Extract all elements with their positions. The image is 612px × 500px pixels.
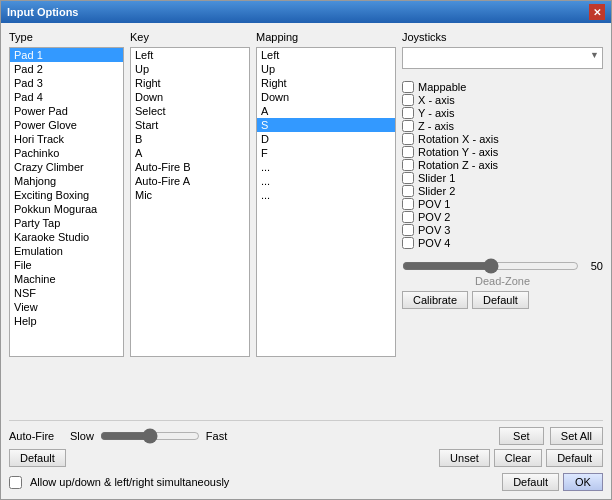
joystick-checkbox-9[interactable] bbox=[402, 198, 414, 210]
joystick-checkbox-item: Z - axis bbox=[402, 120, 603, 132]
joystick-checkbox-item: Slider 2 bbox=[402, 185, 603, 197]
key-list-item[interactable]: Left bbox=[131, 48, 249, 62]
type-list-item[interactable]: Emulation bbox=[10, 244, 123, 258]
key-list-item[interactable]: Auto-Fire A bbox=[131, 174, 249, 188]
joystick-checkbox-8[interactable] bbox=[402, 185, 414, 197]
mapping-list-item[interactable]: F bbox=[257, 146, 395, 160]
deadzone-value: 50 bbox=[583, 260, 603, 272]
type-list-item[interactable]: Pad 2 bbox=[10, 62, 123, 76]
type-list-item[interactable]: Hori Track bbox=[10, 132, 123, 146]
joystick-checkbox-label: Rotation X - axis bbox=[418, 133, 499, 145]
mapping-default-button[interactable]: Default bbox=[546, 449, 603, 467]
joystick-checkbox-10[interactable] bbox=[402, 211, 414, 223]
type-listbox[interactable]: Pad 1Pad 2Pad 3Pad 4Power PadPower Glove… bbox=[9, 47, 124, 357]
type-list-item[interactable]: NSF bbox=[10, 286, 123, 300]
clear-button[interactable]: Clear bbox=[494, 449, 542, 467]
joystick-checkbox-2[interactable] bbox=[402, 107, 414, 119]
joystick-checkbox-6[interactable] bbox=[402, 159, 414, 171]
key-panel-label: Key bbox=[130, 31, 250, 43]
final-buttons-row: Allow up/down & left/right simultaneousl… bbox=[9, 473, 603, 491]
joystick-checkbox-item: Mappable bbox=[402, 81, 603, 93]
joystick-checkbox-7[interactable] bbox=[402, 172, 414, 184]
mapping-list-item[interactable]: ... bbox=[257, 160, 395, 174]
key-listbox[interactable]: LeftUpRightDownSelectStartBAAuto-Fire BA… bbox=[130, 47, 250, 357]
joystick-checkbox-item: Rotation Y - axis bbox=[402, 146, 603, 158]
key-list-item[interactable]: Mic bbox=[131, 188, 249, 202]
calibrate-button[interactable]: Calibrate bbox=[402, 291, 468, 309]
joystick-checkbox-12[interactable] bbox=[402, 237, 414, 249]
type-list-item[interactable]: Pokkun Moguraa bbox=[10, 202, 123, 216]
fast-label: Fast bbox=[206, 430, 227, 442]
type-list-item[interactable]: Pachinko bbox=[10, 146, 123, 160]
type-list-item[interactable]: Power Glove bbox=[10, 118, 123, 132]
joystick-checkbox-label: Slider 2 bbox=[418, 185, 455, 197]
mapping-list-item[interactable]: ... bbox=[257, 188, 395, 202]
joystick-checkbox-label: X - axis bbox=[418, 94, 455, 106]
joystick-checkbox-label: POV 3 bbox=[418, 224, 450, 236]
mapping-list-item[interactable]: Up bbox=[257, 62, 395, 76]
joystick-default-button[interactable]: Default bbox=[472, 291, 529, 309]
input-options-window: Input Options ✕ Type Pad 1Pad 2Pad 3Pad … bbox=[0, 0, 612, 500]
joystick-checkbox-item: X - axis bbox=[402, 94, 603, 106]
joystick-checkbox-label: Mappable bbox=[418, 81, 466, 93]
window-content: Type Pad 1Pad 2Pad 3Pad 4Power PadPower … bbox=[1, 23, 611, 499]
key-list-item[interactable]: Up bbox=[131, 62, 249, 76]
mapping-list-item[interactable]: A bbox=[257, 104, 395, 118]
deadzone-slider[interactable] bbox=[402, 259, 579, 273]
key-list-item[interactable]: Right bbox=[131, 76, 249, 90]
type-list-item[interactable]: Power Pad bbox=[10, 104, 123, 118]
joystick-checkbox-item: Y - axis bbox=[402, 107, 603, 119]
joystick-checkbox-item: POV 3 bbox=[402, 224, 603, 236]
simultaneous-checkbox[interactable] bbox=[9, 476, 22, 489]
type-list-item[interactable]: Mahjong bbox=[10, 174, 123, 188]
key-list-item[interactable]: B bbox=[131, 132, 249, 146]
type-list-item[interactable]: Help bbox=[10, 314, 123, 328]
auto-fire-label: Auto-Fire bbox=[9, 430, 64, 442]
type-list-item[interactable]: Pad 1 bbox=[10, 48, 123, 62]
joystick-checkbox-1[interactable] bbox=[402, 94, 414, 106]
key-list-item[interactable]: Auto-Fire B bbox=[131, 160, 249, 174]
type-list-item[interactable]: File bbox=[10, 258, 123, 272]
set-all-button[interactable]: Set All bbox=[550, 427, 603, 445]
mapping-list-item[interactable]: Down bbox=[257, 90, 395, 104]
title-bar: Input Options ✕ bbox=[1, 1, 611, 23]
joystick-checkbox-5[interactable] bbox=[402, 146, 414, 158]
key-list-item[interactable]: Down bbox=[131, 90, 249, 104]
mapping-list-item[interactable]: S bbox=[257, 118, 395, 132]
joystick-checkbox-11[interactable] bbox=[402, 224, 414, 236]
auto-fire-row: Auto-Fire Slow Fast Set Set All bbox=[9, 427, 603, 445]
mapping-list-item[interactable]: Right bbox=[257, 76, 395, 90]
type-list-item[interactable]: Pad 4 bbox=[10, 90, 123, 104]
autofire-default-button[interactable]: Default bbox=[9, 449, 66, 467]
mapping-list-item[interactable]: ... bbox=[257, 174, 395, 188]
key-list-item[interactable]: Start bbox=[131, 118, 249, 132]
joystick-checkbox-4[interactable] bbox=[402, 133, 414, 145]
auto-fire-slider[interactable] bbox=[100, 428, 200, 444]
type-list-item[interactable]: Exciting Boxing bbox=[10, 188, 123, 202]
type-list-item[interactable]: Machine bbox=[10, 272, 123, 286]
joystick-checkbox-label: POV 1 bbox=[418, 198, 450, 210]
type-list-item[interactable]: Pad 3 bbox=[10, 76, 123, 90]
joystick-checkbox-0[interactable] bbox=[402, 81, 414, 93]
set-button[interactable]: Set bbox=[499, 427, 544, 445]
joystick-dropdown[interactable] bbox=[402, 47, 603, 69]
type-list-item[interactable]: Crazy Climber bbox=[10, 160, 123, 174]
bottom-default-button[interactable]: Default bbox=[502, 473, 559, 491]
close-button[interactable]: ✕ bbox=[589, 4, 605, 20]
joystick-checkbox-3[interactable] bbox=[402, 120, 414, 132]
joystick-checkbox-item: POV 4 bbox=[402, 237, 603, 249]
main-row: Type Pad 1Pad 2Pad 3Pad 4Power PadPower … bbox=[9, 31, 603, 414]
ok-button[interactable]: OK bbox=[563, 473, 603, 491]
unset-button[interactable]: Unset bbox=[439, 449, 490, 467]
type-panel-label: Type bbox=[9, 31, 124, 43]
type-list-item[interactable]: View bbox=[10, 300, 123, 314]
key-list-item[interactable]: Select bbox=[131, 104, 249, 118]
mapping-list-item[interactable]: Left bbox=[257, 48, 395, 62]
mapping-list-item[interactable]: D bbox=[257, 132, 395, 146]
type-list-item[interactable]: Party Tap bbox=[10, 216, 123, 230]
type-list-item[interactable]: Karaoke Studio bbox=[10, 230, 123, 244]
key-list-item[interactable]: A bbox=[131, 146, 249, 160]
slow-label: Slow bbox=[70, 430, 94, 442]
mapping-listbox[interactable]: LeftUpRightDownASDF......... bbox=[256, 47, 396, 357]
bottom-section: Auto-Fire Slow Fast Set Set All Default … bbox=[9, 420, 603, 491]
